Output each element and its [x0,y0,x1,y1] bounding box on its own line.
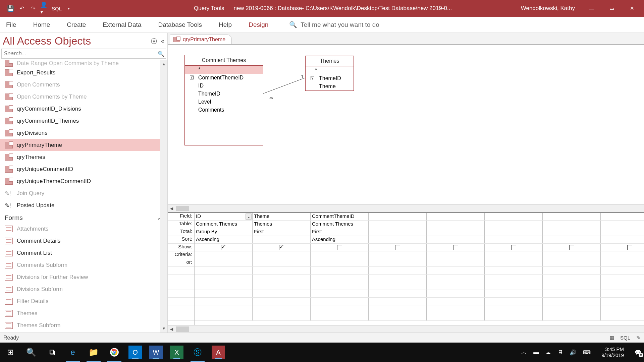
grid-cell[interactable] [601,313,644,320]
grid-cell[interactable] [427,236,485,243]
nav-item[interactable]: ✎!Posted Update [0,199,167,212]
field-id[interactable]: ID [185,82,263,90]
search-icon[interactable]: 🔍 [156,51,166,57]
grid-cell[interactable] [195,267,253,274]
grid-cell[interactable] [369,298,427,305]
grid-cell[interactable] [427,259,485,266]
grid-cell[interactable] [427,275,485,282]
grid-cell[interactable] [253,305,311,313]
checkbox[interactable] [337,245,342,250]
search-button[interactable]: 🔍 [21,343,42,362]
grid-cell[interactable] [427,228,485,236]
grid-cell[interactable] [485,228,543,236]
grid-cell[interactable] [369,213,427,220]
grid-cell[interactable] [253,298,311,305]
grid-cell[interactable] [195,259,253,266]
signed-in-user[interactable]: Wendolkowski, Kathy [514,5,582,12]
grid-cell[interactable] [253,236,311,243]
grid-cell[interactable] [601,228,644,236]
show-checkbox-cell[interactable] [601,244,644,251]
scroll-down-icon[interactable]: ▼ [160,324,167,333]
relationship-canvas[interactable]: Comment Themes * CommentThemeID ID Theme… [168,44,644,212]
grid-cell[interactable]: Ascending [195,236,253,243]
show-checkbox-cell[interactable] [195,244,253,251]
grid-cell[interactable] [369,275,427,282]
grid-cell[interactable] [195,313,253,320]
tab-file[interactable]: File [3,18,19,32]
table-themes[interactable]: Themes * ThemeID Theme [305,56,354,91]
checkbox[interactable] [569,245,574,250]
grid-cell[interactable] [311,267,369,274]
grid-cell[interactable]: Comment Themes [311,221,369,228]
grid-cell[interactable] [485,290,543,297]
onedrive-icon[interactable]: ☁ [545,349,551,356]
tab-home[interactable]: Home [31,18,53,32]
nav-item[interactable]: Open Comments by Theme [0,91,167,103]
grid-cell[interactable] [601,290,644,297]
ie-icon[interactable]: e [62,343,83,362]
field-star[interactable]: * [306,66,354,74]
scroll-up-icon[interactable]: ▲ [160,60,167,68]
tab-external-data[interactable]: External Data [100,18,144,32]
sql-qat[interactable]: SQL [52,4,62,13]
grid-cell[interactable] [485,305,543,313]
grid-cell[interactable] [253,251,311,259]
nav-item[interactable]: qryPrimaryTheme [0,139,167,151]
grid-cell[interactable]: Comment Themes [195,221,253,228]
grid-cell[interactable] [485,275,543,282]
grid-cell[interactable] [311,290,369,297]
grid-cell[interactable] [253,259,311,266]
canvas-hscrollbar[interactable]: ◀ ▶ [168,204,644,212]
nav-item[interactable]: qryThemes [0,151,167,163]
grid-hscrollbar[interactable]: ◀ ▶ [168,325,644,333]
nav-item[interactable]: qryCommentID_Divisions [0,103,167,115]
nav-form-item[interactable]: Comment Details [0,235,167,247]
nav-item-cutoff[interactable]: Date Range Open Comments by Theme [0,60,167,67]
chrome-icon[interactable] [104,343,125,362]
grid-cell[interactable] [543,282,601,290]
nav-item[interactable]: ✎!Join Query [0,187,167,199]
field-star[interactable]: * [185,66,263,74]
grid-cell[interactable] [485,259,543,266]
grid-cell[interactable] [253,290,311,297]
grid-cell[interactable] [543,236,601,243]
grid-cell[interactable] [311,313,369,320]
action-center-icon[interactable]: 💬 8 [635,349,641,356]
grid-cell[interactable] [543,221,601,228]
battery-icon[interactable]: ▬ [533,349,539,355]
grid-cell[interactable] [311,251,369,259]
grid-cell[interactable] [369,251,427,259]
tab-help[interactable]: Help [216,18,234,32]
ime-icon[interactable]: ⌨ [583,349,591,356]
tab-create[interactable]: Create [64,18,89,32]
redo-icon[interactable]: ↷ [29,4,38,13]
grid-cell[interactable] [311,259,369,266]
qat-more-icon[interactable]: ▾ [64,4,73,13]
tab-database-tools[interactable]: Database Tools [155,18,205,32]
checkbox[interactable] [221,245,226,250]
grid-cell[interactable] [601,275,644,282]
grid-cell[interactable] [195,298,253,305]
grid-cell[interactable] [195,282,253,290]
grid-cell[interactable] [485,298,543,305]
dropdown-icon[interactable]: ⌄ [246,214,252,220]
nav-collapse-icon[interactable]: « [161,38,164,45]
grid-cell[interactable] [601,251,644,259]
grid-cell[interactable] [253,313,311,320]
grid-cell[interactable] [369,313,427,320]
show-checkbox-cell[interactable] [253,244,311,251]
grid-cell[interactable] [543,228,601,236]
nav-search[interactable]: 🔍 [1,49,166,59]
grid-cell[interactable] [543,251,601,259]
nav-form-item[interactable]: Filter Details [0,295,167,307]
grid-cell[interactable] [543,275,601,282]
grid-cell[interactable] [253,267,311,274]
nav-dropdown-icon[interactable]: ⓥ [151,37,157,45]
nav-form-item[interactable]: Attachments [0,223,167,235]
maximize-button[interactable]: ▭ [602,0,622,17]
field-themeid[interactable]: ThemeID [306,74,354,82]
grid-cell[interactable] [427,213,485,220]
grid-cell[interactable] [427,313,485,320]
grid-cell[interactable] [427,251,485,259]
nav-scrollbar[interactable]: ▲ ▼ [160,60,167,333]
